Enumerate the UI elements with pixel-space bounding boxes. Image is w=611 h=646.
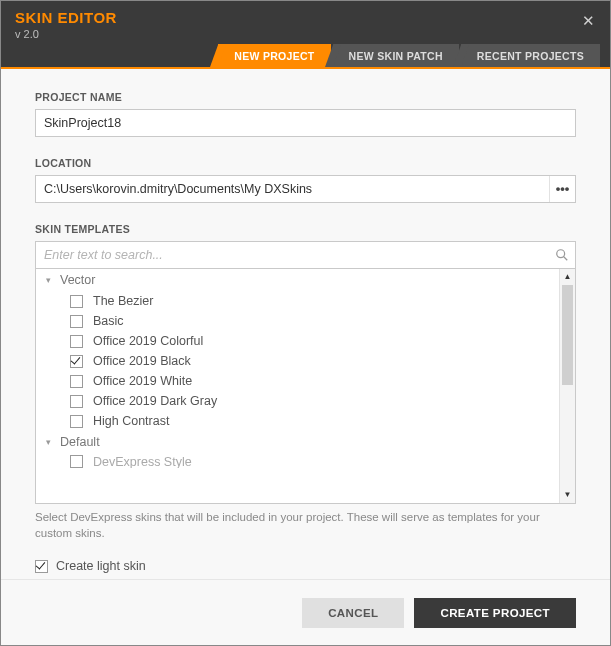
- checkbox[interactable]: [70, 415, 83, 428]
- close-icon[interactable]: ✕: [578, 11, 598, 31]
- item-label: Office 2019 Black: [93, 354, 191, 368]
- scroll-up-icon[interactable]: ▲: [560, 269, 575, 285]
- skin-templates-label: SKIN TEMPLATES: [35, 223, 576, 235]
- list-item[interactable]: DevExpress Style: [36, 453, 559, 468]
- list-item[interactable]: Basic: [36, 311, 559, 331]
- content-panel: PROJECT NAME LOCATION ••• SKIN TEMPLATES…: [1, 69, 610, 579]
- skin-template-tree: ▾ Vector The Bezier Basic Office 2019 Co…: [35, 268, 576, 504]
- svg-point-0: [557, 250, 565, 258]
- project-name-input[interactable]: [35, 109, 576, 137]
- cancel-button[interactable]: CANCEL: [302, 598, 404, 628]
- group-default[interactable]: ▾ Default: [36, 431, 559, 453]
- item-label: Office 2019 White: [93, 374, 192, 388]
- checkbox[interactable]: [70, 395, 83, 408]
- item-label: DevExpress Style: [93, 455, 192, 469]
- checkbox[interactable]: [70, 295, 83, 308]
- checkbox[interactable]: [70, 375, 83, 388]
- search-input[interactable]: [36, 242, 575, 268]
- location-label: LOCATION: [35, 157, 576, 169]
- group-label: Vector: [60, 273, 95, 287]
- svg-line-1: [564, 257, 568, 261]
- checkbox[interactable]: [70, 335, 83, 348]
- item-label: Office 2019 Dark Gray: [93, 394, 217, 408]
- footer: CANCEL CREATE PROJECT: [1, 579, 610, 645]
- list-item[interactable]: Office 2019 Colorful: [36, 331, 559, 351]
- tab-new-skin-patch[interactable]: NEW SKIN PATCH: [333, 44, 459, 67]
- search-icon: [555, 248, 569, 262]
- chevron-down-icon: ▾: [46, 275, 56, 285]
- chevron-down-icon: ▾: [46, 437, 56, 447]
- tab-recent-projects[interactable]: RECENT PROJECTS: [461, 44, 600, 67]
- item-label: Basic: [93, 314, 124, 328]
- group-vector[interactable]: ▾ Vector: [36, 269, 559, 291]
- location-input[interactable]: [35, 175, 576, 203]
- project-name-block: PROJECT NAME: [35, 91, 576, 137]
- checkbox[interactable]: [70, 315, 83, 328]
- group-label: Default: [60, 435, 100, 449]
- browse-button[interactable]: •••: [549, 176, 575, 202]
- create-light-skin-row[interactable]: Create light skin: [35, 559, 576, 573]
- item-label: Office 2019 Colorful: [93, 334, 203, 348]
- app-title: SKIN EDITOR: [15, 9, 117, 26]
- scroll-down-icon[interactable]: ▼: [560, 487, 575, 503]
- list-item[interactable]: The Bezier: [36, 291, 559, 311]
- create-light-skin-checkbox[interactable]: [35, 560, 48, 573]
- tab-strip: NEW PROJECT NEW SKIN PATCH RECENT PROJEC…: [218, 44, 600, 67]
- list-item[interactable]: Office 2019 White: [36, 371, 559, 391]
- project-name-label: PROJECT NAME: [35, 91, 576, 103]
- location-block: LOCATION •••: [35, 157, 576, 203]
- checkbox[interactable]: [70, 355, 83, 368]
- list-item[interactable]: High Contrast: [36, 411, 559, 431]
- app-version: v 2.0: [15, 28, 39, 40]
- help-text: Select DevExpress skins that will be inc…: [35, 510, 576, 541]
- checkbox[interactable]: [70, 455, 83, 468]
- titlebar: SKIN EDITOR v 2.0 ✕ NEW PROJECT NEW SKIN…: [1, 1, 610, 69]
- list-item[interactable]: Office 2019 Black: [36, 351, 559, 371]
- tree-scroll-area: ▾ Vector The Bezier Basic Office 2019 Co…: [36, 269, 559, 503]
- item-label: The Bezier: [93, 294, 153, 308]
- tab-new-project[interactable]: NEW PROJECT: [218, 44, 330, 67]
- item-label: High Contrast: [93, 414, 169, 428]
- search-wrap: [35, 241, 576, 268]
- scroll-thumb[interactable]: [562, 285, 573, 385]
- create-project-button[interactable]: CREATE PROJECT: [414, 598, 576, 628]
- list-item[interactable]: Office 2019 Dark Gray: [36, 391, 559, 411]
- skin-templates-block: SKIN TEMPLATES ▾ Vector The Bezier: [35, 223, 576, 541]
- scrollbar[interactable]: ▲ ▼: [559, 269, 575, 503]
- create-light-skin-label: Create light skin: [56, 559, 146, 573]
